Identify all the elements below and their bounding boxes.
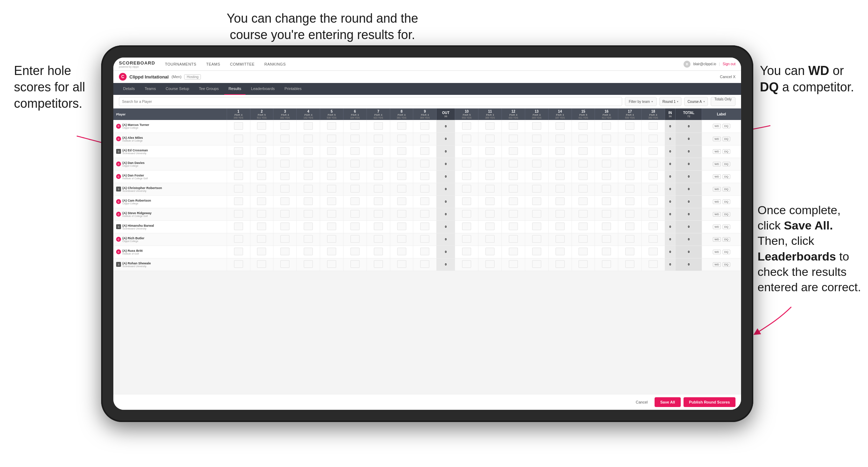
dq-button[interactable]: DQ [723, 199, 730, 204]
score-input[interactable] [625, 235, 634, 243]
hole-18-input-cell[interactable] [642, 133, 665, 145]
score-input[interactable] [304, 147, 313, 155]
hole-18-input-cell[interactable] [642, 233, 665, 246]
dq-button[interactable]: DQ [723, 124, 730, 128]
score-input[interactable] [532, 223, 541, 230]
hole-6-input-cell[interactable] [343, 183, 367, 195]
hole-18-input-cell[interactable] [642, 208, 665, 220]
hole-17-input-cell[interactable] [618, 133, 642, 145]
hole-14-input-cell[interactable] [548, 220, 572, 233]
score-input[interactable] [350, 122, 360, 130]
hole-7-input-cell[interactable] [367, 233, 390, 246]
hole-8-input-cell[interactable] [390, 208, 413, 220]
score-input[interactable] [280, 185, 289, 193]
hole-15-input-cell[interactable] [572, 246, 595, 258]
hole-16-input-cell[interactable] [595, 145, 618, 158]
score-input[interactable] [374, 172, 383, 180]
hole-6-input-cell[interactable] [343, 145, 367, 158]
score-input[interactable] [304, 260, 313, 268]
score-input[interactable] [327, 248, 336, 255]
totals-only-button[interactable]: Totals Only [711, 97, 735, 106]
score-input[interactable] [420, 160, 429, 167]
hole-8-input-cell[interactable] [390, 183, 413, 195]
hole-10-input-cell[interactable] [455, 220, 478, 233]
score-input[interactable] [625, 223, 634, 230]
hole-2-input-cell[interactable] [250, 158, 273, 170]
score-input[interactable] [649, 248, 658, 255]
hole-8-input-cell[interactable] [390, 220, 413, 233]
hole-17-input-cell[interactable] [618, 208, 642, 220]
nav-teams[interactable]: TEAMS [205, 62, 221, 66]
hole-8-input-cell[interactable] [390, 170, 413, 183]
hole-2-input-cell[interactable] [250, 133, 273, 145]
score-input[interactable] [556, 122, 565, 130]
score-input[interactable] [625, 185, 634, 193]
hole-3-input-cell[interactable] [273, 195, 297, 208]
tab-course-setup[interactable]: Course Setup [161, 83, 193, 95]
hole-4-input-cell[interactable] [297, 233, 320, 246]
score-input[interactable] [462, 172, 471, 180]
wd-button[interactable]: WD [713, 199, 721, 204]
dq-button[interactable]: DQ [723, 250, 730, 254]
score-input[interactable] [556, 147, 565, 155]
score-input[interactable] [532, 160, 541, 167]
hole-13-input-cell[interactable] [525, 246, 548, 258]
hole-18-input-cell[interactable] [642, 183, 665, 195]
hole-11-input-cell[interactable] [478, 220, 502, 233]
score-input[interactable] [602, 135, 611, 142]
score-input[interactable] [602, 172, 611, 180]
score-input[interactable] [602, 260, 611, 268]
hole-2-input-cell[interactable] [250, 170, 273, 183]
hole-13-input-cell[interactable] [525, 158, 548, 170]
score-input[interactable] [257, 197, 266, 205]
score-input[interactable] [556, 160, 565, 167]
hole-4-input-cell[interactable] [297, 133, 320, 145]
hole-13-input-cell[interactable] [525, 120, 548, 133]
score-input[interactable] [327, 135, 336, 142]
score-input[interactable] [350, 248, 360, 255]
hole-17-input-cell[interactable] [618, 258, 642, 271]
hole-17-input-cell[interactable] [618, 145, 642, 158]
hole-14-input-cell[interactable] [548, 195, 572, 208]
hole-2-input-cell[interactable] [250, 120, 273, 133]
score-input[interactable] [350, 223, 360, 230]
score-input[interactable] [462, 235, 471, 243]
hole-2-input-cell[interactable] [250, 208, 273, 220]
hole-17-input-cell[interactable] [618, 195, 642, 208]
hole-10-input-cell[interactable] [455, 233, 478, 246]
score-input[interactable] [625, 172, 634, 180]
score-input[interactable] [234, 235, 243, 243]
hole-17-input-cell[interactable] [618, 220, 642, 233]
score-input[interactable] [649, 210, 658, 218]
score-input[interactable] [327, 160, 336, 167]
hole-9-input-cell[interactable] [413, 208, 437, 220]
hole-13-input-cell[interactable] [525, 233, 548, 246]
hole-4-input-cell[interactable] [297, 120, 320, 133]
score-input[interactable] [327, 223, 336, 230]
score-input[interactable] [556, 260, 565, 268]
score-input[interactable] [625, 260, 634, 268]
hole-16-input-cell[interactable] [595, 233, 618, 246]
score-input[interactable] [420, 223, 429, 230]
score-input[interactable] [397, 197, 406, 205]
hole-5-input-cell[interactable] [320, 183, 344, 195]
score-input[interactable] [462, 185, 471, 193]
hole-9-input-cell[interactable] [413, 183, 437, 195]
score-input[interactable] [532, 135, 541, 142]
hole-14-input-cell[interactable] [548, 120, 572, 133]
hole-8-input-cell[interactable] [390, 258, 413, 271]
score-input[interactable] [462, 160, 471, 167]
score-input[interactable] [374, 223, 383, 230]
hole-10-input-cell[interactable] [455, 246, 478, 258]
score-input[interactable] [649, 235, 658, 243]
score-input[interactable] [420, 147, 429, 155]
hole-12-input-cell[interactable] [502, 183, 525, 195]
hole-9-input-cell[interactable] [413, 158, 437, 170]
score-input[interactable] [625, 122, 634, 130]
score-input[interactable] [304, 248, 313, 255]
score-input[interactable] [485, 210, 495, 218]
score-input[interactable] [532, 197, 541, 205]
hole-1-input-cell[interactable] [227, 195, 250, 208]
hole-5-input-cell[interactable] [320, 133, 344, 145]
score-input[interactable] [579, 160, 588, 167]
